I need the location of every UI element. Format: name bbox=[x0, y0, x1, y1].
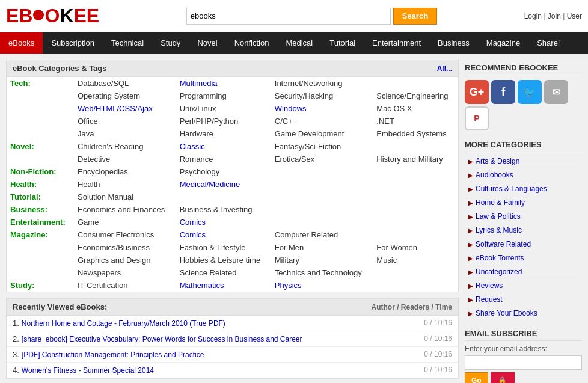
sidebar-item-label[interactable]: Share Your Ebooks bbox=[476, 309, 537, 317]
cat-label-nonfiction: Non-Fiction: bbox=[7, 165, 74, 178]
logo: E B O K E E bbox=[6, 5, 99, 27]
sidebar-item-label[interactable]: Request bbox=[476, 295, 503, 304]
cat-link[interactable]: Classic bbox=[180, 142, 205, 151]
nav-medical[interactable]: Medical bbox=[277, 32, 321, 54]
cat-cell: Game bbox=[74, 216, 176, 228]
nav-entertainment[interactable]: Entertainment bbox=[364, 32, 429, 54]
login-link[interactable]: Login bbox=[524, 12, 542, 20]
nav-ebooks[interactable]: eBooks bbox=[0, 32, 43, 54]
sidebar-item-reviews[interactable]: ▶Reviews bbox=[465, 279, 582, 293]
cat-link[interactable]: Multimedia bbox=[180, 79, 218, 88]
nav-subscription[interactable]: Subscription bbox=[43, 32, 103, 54]
nav-nonfiction[interactable]: Nonfiction bbox=[226, 32, 278, 54]
table-row: Novel: Children's Reading Classic Fantas… bbox=[7, 140, 458, 153]
cat-link[interactable]: Web/HTML/CSS/Ajax bbox=[78, 104, 153, 113]
cat-link[interactable]: Comics bbox=[180, 218, 206, 227]
logo-text: E bbox=[6, 5, 19, 27]
sidebar-item-share-ebooks[interactable]: ▶Share Your Ebooks bbox=[465, 307, 582, 320]
cat-cell: Business & Investing bbox=[176, 203, 271, 216]
cat-link[interactable]: Mathematics bbox=[180, 281, 224, 290]
sidebar-item-label[interactable]: Home & Family bbox=[476, 198, 525, 207]
search-input[interactable] bbox=[186, 8, 391, 25]
sidebar-item-arts-design[interactable]: ▶Arts & Design bbox=[465, 155, 582, 168]
sidebar-item-label[interactable]: Software Related bbox=[476, 240, 531, 248]
chevron-right-icon: ▶ bbox=[468, 269, 473, 275]
top-links: Login | Join | User bbox=[524, 12, 582, 20]
cat-cell: C/C++ bbox=[271, 115, 373, 127]
sidebar-item-lyrics-music[interactable]: ▶Lyrics & Music bbox=[465, 224, 582, 237]
cat-cell: Mac OS X bbox=[373, 102, 458, 115]
nav-business[interactable]: Business bbox=[429, 32, 478, 54]
cat-cell: Science/Engineering bbox=[373, 90, 458, 102]
categories-title: eBook Categories & Tags bbox=[13, 64, 107, 73]
cat-cell: Encyclopedias bbox=[74, 165, 176, 178]
categories-table: Tech: Database/SQL Multimedia Internet/N… bbox=[7, 77, 458, 292]
cat-label-tech: Tech: bbox=[7, 77, 74, 90]
nav-technical[interactable]: Technical bbox=[103, 32, 152, 54]
list-item: 3.[PDF] Construction Management: Princip… bbox=[7, 347, 458, 363]
chevron-right-icon: ▶ bbox=[468, 200, 473, 206]
pocket-icon[interactable]: P bbox=[465, 106, 489, 130]
sidebar-item-law-politics[interactable]: ▶Law & Politics bbox=[465, 210, 582, 224]
cat-cell: Database/SQL bbox=[74, 77, 176, 90]
sidebar-item-software-related[interactable]: ▶Software Related bbox=[465, 237, 582, 251]
nav-share[interactable]: Share! bbox=[528, 32, 568, 54]
table-row: Economics/Business Fashion & Lifestyle F… bbox=[7, 241, 458, 254]
search-button[interactable]: Search bbox=[393, 8, 437, 25]
cat-cell: For Men bbox=[271, 241, 373, 254]
recent-link[interactable]: Northern Home and Cottage - February/Mar… bbox=[22, 319, 225, 328]
sidebar-item-request[interactable]: ▶Request bbox=[465, 293, 582, 307]
twitter-icon[interactable]: 🐦 bbox=[518, 80, 542, 104]
cat-cell: Solution Manual bbox=[74, 191, 176, 203]
recently-viewed-header: Recently Viewed eBooks: Author / Readers… bbox=[7, 299, 458, 316]
cat-cell: Consumer Electronics bbox=[74, 228, 176, 241]
user-link[interactable]: User bbox=[567, 12, 582, 20]
sidebar-item-label[interactable]: Cultures & Languages bbox=[476, 185, 547, 193]
sidebar-item-ebook-torrents[interactable]: ▶eBook Torrents bbox=[465, 251, 582, 265]
facebook-icon[interactable]: f bbox=[491, 80, 515, 104]
nav-tutorial[interactable]: Tutorial bbox=[321, 32, 364, 54]
nav-study[interactable]: Study bbox=[152, 32, 189, 54]
cat-link[interactable]: Physics bbox=[275, 281, 302, 290]
sidebar-item-label[interactable]: Audiobooks bbox=[476, 171, 513, 179]
join-link[interactable]: Join bbox=[548, 12, 561, 20]
recent-index: 1.Northern Home and Cottage - February/M… bbox=[13, 319, 225, 328]
nav-novel[interactable]: Novel bbox=[189, 32, 225, 54]
recently-viewed-title: Recently Viewed eBooks: bbox=[13, 302, 107, 311]
sidebar-item-home-family[interactable]: ▶Home & Family bbox=[465, 196, 582, 210]
cat-cell: Hobbies & Leisure time bbox=[176, 254, 271, 266]
sidebar-item-label[interactable]: Law & Politics bbox=[476, 212, 521, 221]
cat-cell: Detective bbox=[74, 153, 176, 165]
cat-link[interactable]: Comics bbox=[180, 230, 206, 239]
sidebar-item-label[interactable]: Reviews bbox=[476, 281, 503, 290]
recent-link[interactable]: Women's Fitness - Summer Special 2014 bbox=[22, 366, 154, 375]
cat-link[interactable]: Medical/Medicine bbox=[180, 180, 240, 189]
cat-label-novel: Novel: bbox=[7, 140, 74, 153]
cat-cell: Military bbox=[271, 254, 373, 266]
sidebar-item-label[interactable]: Uncategorized bbox=[476, 268, 522, 276]
categories-all-link[interactable]: All... bbox=[437, 64, 452, 73]
cat-cell: Economics and Finances bbox=[74, 203, 176, 216]
cat-cell: .NET bbox=[373, 115, 458, 127]
recent-stats: 0 / 10:16 bbox=[424, 334, 452, 343]
sidebar-item-label[interactable]: eBook Torrents bbox=[476, 254, 524, 262]
recent-link[interactable]: [PDF] Construction Management: Principle… bbox=[22, 351, 204, 359]
cat-cell: Science Related bbox=[176, 266, 271, 279]
recent-link[interactable]: [share_ebook] Executive Vocabulary: Powe… bbox=[22, 335, 302, 343]
sidebar-item-label[interactable]: Arts & Design bbox=[476, 157, 519, 165]
email-subscribe-input[interactable] bbox=[465, 355, 582, 370]
recent-index: 3.[PDF] Construction Management: Princip… bbox=[13, 350, 204, 359]
sidebar-item-label[interactable]: Lyrics & Music bbox=[476, 226, 522, 234]
email-icon[interactable]: ✉ bbox=[544, 80, 568, 104]
nav-magazine[interactable]: Magazine bbox=[478, 32, 528, 54]
cat-link[interactable]: Windows bbox=[275, 104, 307, 113]
chevron-right-icon: ▶ bbox=[468, 227, 473, 234]
sidebar-item-cultures-languages[interactable]: ▶Cultures & Languages bbox=[465, 182, 582, 196]
sidebar-item-uncategorized[interactable]: ▶Uncategorized bbox=[465, 265, 582, 279]
sidebar-item-audiobooks[interactable]: ▶Audiobooks bbox=[465, 168, 582, 182]
table-row: Web/HTML/CSS/Ajax Unix/Linux Windows Mac… bbox=[7, 102, 458, 115]
table-row: Graphics and Design Hobbies & Leisure ti… bbox=[7, 254, 458, 266]
email-submit-button[interactable]: Go bbox=[465, 372, 488, 383]
google-plus-icon[interactable]: G+ bbox=[465, 80, 489, 104]
cat-label-magazine: Magazine: bbox=[7, 228, 74, 241]
